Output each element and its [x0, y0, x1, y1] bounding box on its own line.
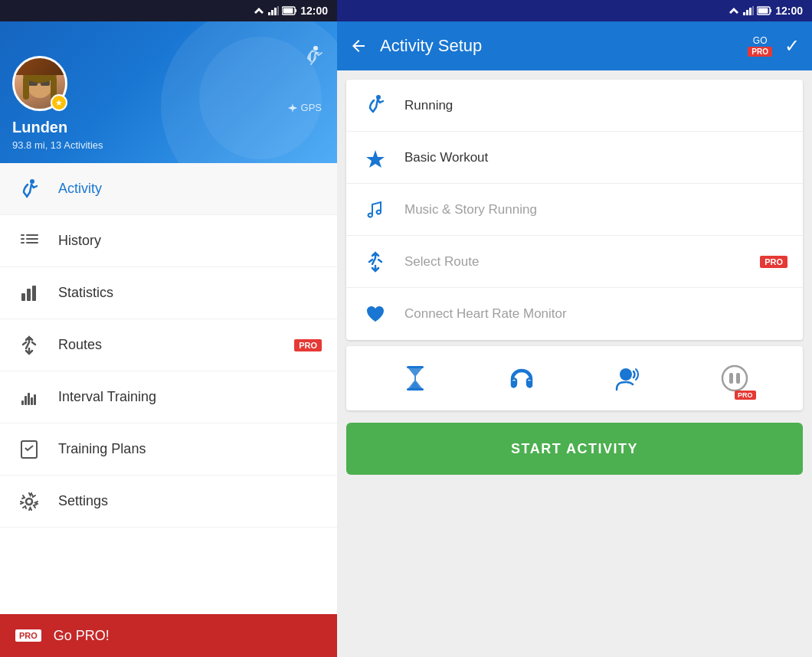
routes-icon — [15, 332, 43, 359]
svg-rect-41 — [770, 9, 771, 12]
sidebar-item-interval-training[interactable]: Interval Training — [0, 371, 337, 423]
svg-rect-16 — [23, 77, 29, 100]
svg-rect-47 — [527, 381, 532, 387]
user-section: ★ Lunden 93.8 mi, 13 Activities — [12, 56, 103, 151]
statistics-label: Statistics — [58, 285, 322, 301]
svg-rect-30 — [28, 393, 30, 405]
training-plans-label: Training Plans — [58, 441, 322, 457]
svg-rect-46 — [512, 381, 516, 387]
music-icon — [362, 196, 389, 224]
settings-icon — [15, 488, 43, 515]
back-button[interactable] — [349, 37, 368, 55]
svg-rect-50 — [729, 373, 733, 384]
svg-point-43 — [376, 95, 381, 100]
activity-item-heart-rate[interactable]: Connect Heart Rate Monitor — [346, 288, 803, 340]
nav-menu: Activity History — [0, 163, 337, 614]
activity-list-card: Running Basic Workout Music & Story Runn… — [346, 80, 803, 340]
gps-badge: GPS — [287, 102, 322, 113]
user-name: Lunden — [12, 119, 103, 136]
sidebar-item-routes[interactable]: Routes PRO — [0, 319, 337, 371]
avatar-wrapper: ★ — [12, 56, 67, 111]
svg-rect-23 — [26, 238, 38, 240]
right-panel: 12:00 Activity Setup GO PRO ✓ Running — [337, 0, 812, 657]
left-panel: 12:00 GPS — [0, 0, 337, 657]
activity-item-select-route[interactable]: Select Route PRO — [346, 236, 803, 288]
timer-icon — [399, 362, 431, 394]
right-header: Activity Setup GO PRO ✓ — [337, 21, 812, 70]
confirm-button[interactable]: ✓ — [784, 35, 800, 57]
interval-training-icon — [15, 384, 43, 411]
sidebar-item-activity[interactable]: Activity — [0, 163, 337, 215]
go-pro-badge: PRO — [748, 47, 772, 57]
activity-item-running[interactable]: Running — [346, 80, 803, 132]
svg-rect-39 — [752, 6, 754, 15]
svg-rect-20 — [21, 238, 25, 240]
routes-pro-badge: PRO — [294, 339, 322, 351]
svg-rect-44 — [407, 366, 424, 368]
left-time: 12:00 — [300, 5, 328, 17]
gps-label: GPS — [301, 102, 322, 113]
svg-marker-0 — [254, 8, 264, 14]
history-label: History — [58, 233, 322, 249]
svg-rect-3 — [274, 8, 277, 15]
statistics-icon — [15, 279, 43, 307]
activity-label: Activity — [58, 181, 322, 197]
coach-icon — [612, 362, 644, 394]
activity-item-basic-workout[interactable]: Basic Workout — [346, 132, 803, 184]
basic-workout-label: Basic Workout — [404, 150, 787, 165]
sidebar-item-history[interactable]: History — [0, 215, 337, 267]
svg-rect-29 — [25, 396, 27, 405]
pause-icon — [719, 362, 751, 394]
pro-bar-badge: PRO — [15, 629, 41, 642]
svg-rect-21 — [21, 242, 25, 244]
left-header: GPS — [0, 21, 337, 163]
sidebar-item-training-plans[interactable]: Training Plans — [0, 423, 337, 476]
svg-rect-26 — [27, 289, 31, 301]
pro-bar-label: Go PRO! — [54, 628, 110, 644]
running-icon-header — [300, 44, 325, 74]
activity-setup-title: Activity Setup — [380, 36, 735, 56]
timer-tool[interactable] — [395, 358, 435, 398]
right-signal-icon — [743, 6, 754, 15]
activity-item-music-story[interactable]: Music & Story Running — [346, 184, 803, 236]
pause-pro-badge: PRO — [735, 391, 756, 400]
activity-icon — [15, 175, 43, 203]
svg-rect-28 — [21, 400, 24, 405]
sidebar-item-settings[interactable]: Settings — [0, 476, 337, 528]
svg-rect-36 — [743, 12, 745, 15]
svg-rect-19 — [21, 234, 25, 236]
running-label: Running — [404, 98, 787, 113]
sidebar-item-statistics[interactable]: Statistics — [0, 267, 337, 319]
wifi-icon — [253, 6, 265, 15]
svg-rect-42 — [758, 8, 768, 14]
start-activity-button[interactable]: START ACTIVITY — [346, 423, 803, 475]
svg-point-49 — [722, 366, 747, 391]
heart-icon — [362, 300, 389, 328]
select-route-label: Select Route — [404, 254, 760, 270]
svg-rect-27 — [32, 286, 36, 301]
history-icon — [15, 227, 43, 255]
basic-workout-icon — [362, 144, 389, 172]
headphones-tool[interactable] — [502, 358, 542, 398]
go-pro-button[interactable]: GO PRO — [748, 35, 772, 57]
star-badge: ★ — [51, 94, 67, 111]
svg-point-9 — [313, 46, 318, 51]
battery-icon — [282, 6, 297, 15]
coach-tool[interactable] — [608, 358, 648, 398]
select-route-icon — [362, 248, 389, 276]
svg-marker-35 — [729, 8, 738, 14]
pause-tool[interactable]: PRO — [715, 358, 755, 398]
right-status-bar: 12:00 — [337, 0, 812, 21]
pro-bar[interactable]: PRO Go PRO! — [0, 614, 337, 657]
svg-point-34 — [26, 498, 32, 505]
svg-rect-45 — [407, 388, 424, 391]
svg-point-18 — [30, 179, 34, 184]
svg-rect-51 — [736, 373, 740, 384]
right-wifi-icon — [728, 6, 740, 15]
status-icons: 12:00 — [253, 5, 328, 17]
right-status-icons: 12:00 — [728, 5, 803, 17]
svg-rect-7 — [283, 8, 293, 14]
left-status-bar: 12:00 — [0, 0, 337, 21]
music-story-label: Music & Story Running — [404, 202, 787, 217]
svg-rect-6 — [295, 9, 296, 12]
